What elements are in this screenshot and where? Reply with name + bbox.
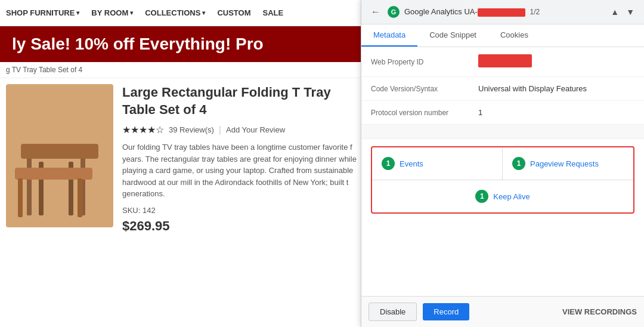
event-cell-keepalive: 1 Keep Alive bbox=[466, 180, 539, 212]
product-price: $269.95 bbox=[122, 218, 358, 234]
breadcrumb: g TV Tray Table Set of 4 bbox=[0, 62, 364, 78]
metadata-table: Web Property ID Code Version/Syntax Univ… bbox=[361, 47, 644, 125]
metadata-row-code-version: Code Version/Syntax Universal with Displ… bbox=[361, 77, 644, 101]
nav-up-button[interactable]: ▲ bbox=[608, 6, 621, 18]
redacted-value bbox=[478, 54, 532, 67]
metadata-row-protocol: Protocol version number 1 bbox=[361, 101, 644, 125]
metadata-label: Protocol version number bbox=[371, 109, 478, 117]
nav-arrow: ▾ bbox=[130, 10, 133, 16]
product-description: Our folding TV tray tables have been a l… bbox=[122, 141, 358, 200]
metadata-label: Web Property ID bbox=[371, 58, 478, 66]
product-title: Large Rectangular Folding T Tray Table S… bbox=[122, 84, 358, 118]
ext-content: Web Property ID Code Version/Syntax Univ… bbox=[361, 47, 644, 296]
nav-arrow: ▾ bbox=[76, 10, 79, 16]
extension-panel: ← G Google Analytics UA- 1/2 ▲ ▼ Metadat… bbox=[361, 0, 644, 327]
view-recordings-button[interactable]: VIEW RECORDINGS bbox=[562, 307, 637, 316]
pageview-badge: 1 bbox=[512, 157, 525, 170]
tab-code-snippet[interactable]: Code Snippet bbox=[417, 24, 488, 47]
metadata-row-web-property: Web Property ID bbox=[361, 47, 644, 77]
nav-shop-furniture[interactable]: SHOP FURNITURE ▾ bbox=[6, 8, 79, 17]
tab-cookies[interactable]: Cookies bbox=[488, 24, 540, 47]
svg-rect-6 bbox=[18, 178, 23, 217]
svg-rect-4 bbox=[21, 144, 98, 159]
svg-rect-7 bbox=[78, 178, 82, 217]
nav-down-button[interactable]: ▼ bbox=[624, 6, 637, 18]
nav-bar: SHOP FURNITURE ▾ BY ROOM ▾ COLLECTIONS ▾… bbox=[0, 0, 364, 26]
ext-title-redacted bbox=[478, 8, 525, 17]
nav-arrow: ▾ bbox=[202, 10, 205, 16]
ext-header: ← G Google Analytics UA- 1/2 ▲ ▼ bbox=[361, 0, 644, 24]
nav-custom[interactable]: CUSTOM bbox=[217, 8, 250, 17]
sale-banner: ly Sale! 10% off Everything! Pro bbox=[0, 26, 364, 62]
pageview-label[interactable]: Pageview Requests bbox=[530, 159, 599, 168]
nav-by-room[interactable]: BY ROOM ▾ bbox=[91, 8, 133, 17]
keepalive-badge: 1 bbox=[475, 190, 488, 203]
events-label[interactable]: Events bbox=[400, 159, 423, 168]
metadata-value: Universal with Display Features bbox=[478, 84, 587, 93]
events-grid: 1 Events 1 Pageview Requests bbox=[372, 147, 633, 180]
ext-title: Google Analytics UA- 1/2 bbox=[404, 7, 603, 17]
add-review-link[interactable]: Add Your Review bbox=[226, 125, 285, 134]
website-background: SHOP FURNITURE ▾ BY ROOM ▾ COLLECTIONS ▾… bbox=[0, 0, 364, 327]
rating-row: ★★★★☆ 39 Review(s) | Add Your Review bbox=[122, 124, 358, 135]
keepalive-label[interactable]: Keep Alive bbox=[493, 192, 530, 201]
tab-metadata[interactable]: Metadata bbox=[361, 24, 417, 47]
spacer bbox=[361, 125, 644, 139]
product-area: Large Rectangular Folding T Tray Table S… bbox=[0, 78, 364, 240]
sku-row: SKU: 142 bbox=[122, 206, 358, 215]
events-grid-bottom: 1 Keep Alive bbox=[372, 180, 633, 212]
ext-tabs: Metadata Code Snippet Cookies bbox=[361, 24, 644, 47]
ext-icon: G bbox=[388, 6, 400, 18]
ext-bottom-bar: Disable Record VIEW RECORDINGS bbox=[361, 296, 644, 327]
nav-collections[interactable]: COLLECTIONS ▾ bbox=[145, 8, 205, 17]
product-image bbox=[6, 84, 113, 227]
back-button[interactable]: ← bbox=[369, 5, 383, 19]
metadata-label: Code Version/Syntax bbox=[371, 85, 478, 93]
record-button[interactable]: Record bbox=[423, 303, 469, 320]
svg-rect-0 bbox=[27, 156, 32, 215]
event-cell-pageview: 1 Pageview Requests bbox=[503, 147, 633, 180]
ext-nav-arrows: ▲ ▼ bbox=[608, 6, 637, 18]
events-section: 1 Events 1 Pageview Requests 1 Keep Aliv… bbox=[371, 146, 634, 214]
svg-rect-5 bbox=[15, 168, 92, 180]
metadata-value: 1 bbox=[478, 108, 482, 117]
star-rating: ★★★★☆ bbox=[122, 124, 164, 135]
disable-button[interactable]: Disable bbox=[369, 303, 417, 321]
metadata-value-redacted bbox=[478, 54, 532, 69]
review-count: 39 Review(s) bbox=[169, 125, 214, 134]
ext-page-count: 1/2 bbox=[530, 8, 540, 16]
event-cell-events: 1 Events bbox=[372, 147, 503, 180]
events-badge: 1 bbox=[382, 157, 395, 170]
nav-sale[interactable]: SALE bbox=[263, 8, 284, 17]
product-info: Large Rectangular Folding T Tray Table S… bbox=[122, 84, 358, 234]
